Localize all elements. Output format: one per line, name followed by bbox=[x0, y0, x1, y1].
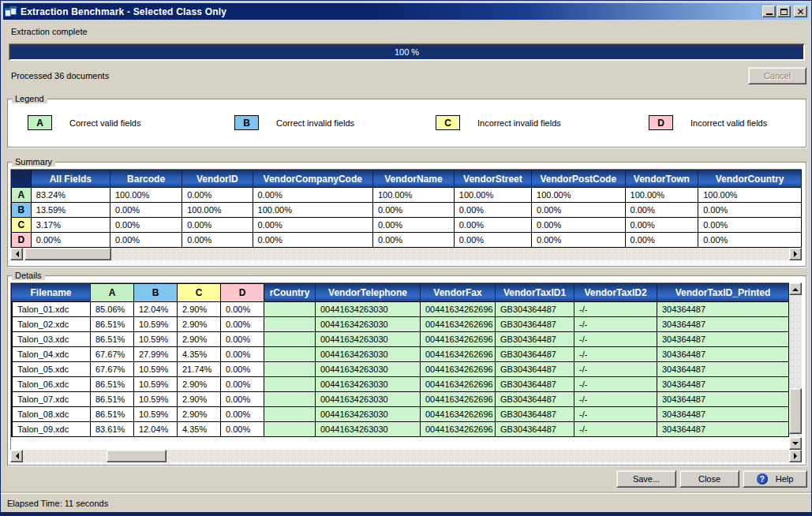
details-cell[interactable]: 86.51% bbox=[91, 332, 134, 347]
details-cell[interactable]: 12.04% bbox=[134, 422, 178, 437]
details-cell[interactable]: 304364487 bbox=[657, 422, 789, 437]
details-cell[interactable]: 2.90% bbox=[178, 377, 221, 392]
details-column-header[interactable]: VendorTaxID1 bbox=[496, 284, 574, 302]
summary-cell[interactable]: 0.00% bbox=[110, 203, 181, 218]
details-column-header[interactable]: A bbox=[91, 284, 134, 302]
summary-cell[interactable]: 100.00% bbox=[625, 188, 698, 203]
details-cell[interactable] bbox=[264, 347, 316, 362]
details-column-header[interactable]: Filename bbox=[12, 284, 91, 302]
details-vscrollbar[interactable] bbox=[789, 282, 802, 450]
help-button[interactable]: ? Help bbox=[743, 470, 807, 488]
details-cell[interactable] bbox=[264, 332, 316, 347]
details-cell[interactable]: 10.59% bbox=[134, 332, 178, 347]
details-filename-cell[interactable]: Talon_03.xdc bbox=[13, 332, 91, 347]
details-cell[interactable]: 0.00% bbox=[221, 422, 264, 437]
summary-column-header[interactable]: All Fields bbox=[31, 170, 110, 188]
summary-cell[interactable]: 0.00% bbox=[698, 218, 802, 233]
details-cell[interactable]: GB304364487 bbox=[496, 332, 574, 347]
summary-cell[interactable]: 0.00% bbox=[372, 218, 454, 233]
details-cell[interactable]: 0.00% bbox=[221, 347, 264, 362]
details-hscroll-right-arrow[interactable] bbox=[789, 450, 802, 462]
details-cell[interactable] bbox=[264, 407, 316, 422]
details-cell[interactable]: 00441634263030 bbox=[316, 407, 421, 422]
summary-hscrollbar[interactable] bbox=[10, 248, 802, 260]
details-cell[interactable]: 2.90% bbox=[178, 392, 221, 407]
details-cell[interactable] bbox=[264, 422, 316, 437]
details-cell[interactable]: 85.06% bbox=[91, 302, 134, 317]
details-cell[interactable]: 0.00% bbox=[221, 332, 264, 347]
details-cell[interactable]: 67.67% bbox=[91, 347, 134, 362]
summary-column-header[interactable]: VendorID bbox=[182, 170, 253, 188]
details-cell[interactable]: 21.74% bbox=[178, 362, 221, 377]
details-cell[interactable] bbox=[264, 362, 316, 377]
details-cell[interactable]: 10.59% bbox=[134, 407, 178, 422]
summary-cell[interactable]: 0.00% bbox=[625, 233, 698, 248]
summary-cell[interactable]: 13.59% bbox=[31, 203, 110, 218]
details-cell[interactable]: -/- bbox=[574, 407, 657, 422]
details-cell[interactable]: 10.59% bbox=[134, 377, 178, 392]
summary-row-label-d[interactable]: D bbox=[12, 233, 32, 248]
details-filename-cell[interactable]: Talon_07.xdc bbox=[13, 392, 91, 407]
details-cell[interactable]: 86.51% bbox=[91, 377, 134, 392]
summary-cell[interactable]: 100.00% bbox=[454, 188, 531, 203]
details-cell[interactable]: -/- bbox=[574, 347, 657, 362]
summary-cell[interactable]: 0.00% bbox=[372, 203, 454, 218]
details-cell[interactable]: 0.00% bbox=[221, 377, 264, 392]
summary-row-label-c[interactable]: C bbox=[12, 218, 32, 233]
details-cell[interactable]: GB304364487 bbox=[496, 377, 574, 392]
details-cell[interactable]: -/- bbox=[574, 362, 657, 377]
details-cell[interactable]: -/- bbox=[574, 422, 657, 437]
details-cell[interactable]: 86.51% bbox=[91, 407, 134, 422]
details-column-header[interactable]: C bbox=[178, 284, 221, 302]
details-cell[interactable]: 12.04% bbox=[134, 302, 178, 317]
details-cell[interactable]: 2.90% bbox=[178, 332, 221, 347]
details-cell[interactable]: GB304364487 bbox=[496, 422, 574, 437]
summary-cell[interactable]: 0.00% bbox=[182, 188, 253, 203]
summary-column-header[interactable]: Barcode bbox=[110, 170, 181, 188]
summary-column-header[interactable]: VendorStreet bbox=[454, 170, 531, 188]
details-cell[interactable] bbox=[264, 302, 316, 317]
summary-cell[interactable]: 0.00% bbox=[372, 233, 454, 248]
details-cell[interactable]: 4.35% bbox=[178, 347, 221, 362]
details-cell[interactable]: GB304364487 bbox=[496, 392, 574, 407]
summary-cell[interactable]: 3.17% bbox=[31, 218, 110, 233]
summary-cell[interactable]: 0.00% bbox=[182, 218, 253, 233]
details-column-header[interactable]: D bbox=[221, 284, 264, 302]
summary-cell[interactable]: 0.00% bbox=[31, 233, 110, 248]
close-dialog-button[interactable]: Close bbox=[679, 470, 739, 488]
details-cell[interactable]: 00441634262696 bbox=[421, 362, 496, 377]
details-cell[interactable]: 0.00% bbox=[221, 317, 264, 332]
details-column-header[interactable]: VendorTelephone bbox=[316, 284, 421, 302]
details-cell[interactable]: 00441634263030 bbox=[316, 317, 421, 332]
summary-cell[interactable]: 100.00% bbox=[698, 188, 802, 203]
details-cell[interactable]: GB304364487 bbox=[496, 302, 574, 317]
details-cell[interactable]: 304364487 bbox=[657, 317, 789, 332]
details-filename-cell[interactable]: Talon_01.xdc bbox=[13, 302, 91, 317]
save-button[interactable]: Save... bbox=[616, 470, 676, 488]
details-cell[interactable]: 00441634262696 bbox=[421, 347, 496, 362]
details-column-header[interactable]: VendorTaxID2 bbox=[574, 284, 657, 302]
details-cell[interactable]: 00441634262696 bbox=[421, 317, 496, 332]
details-filename-cell[interactable]: Talon_08.xdc bbox=[13, 407, 91, 422]
summary-cell[interactable]: 100.00% bbox=[110, 188, 181, 203]
details-cell[interactable]: 304364487 bbox=[657, 392, 789, 407]
details-vscroll-up-arrow[interactable] bbox=[789, 282, 802, 295]
maximize-button[interactable] bbox=[777, 6, 791, 17]
details-cell[interactable]: 2.90% bbox=[178, 317, 221, 332]
details-cell[interactable]: 00441634262696 bbox=[421, 377, 496, 392]
details-vscroll-down-arrow[interactable] bbox=[789, 437, 802, 450]
summary-cell[interactable]: 0.00% bbox=[698, 233, 802, 248]
details-cell[interactable]: GB304364487 bbox=[496, 407, 574, 422]
summary-cell[interactable]: 0.00% bbox=[182, 233, 253, 248]
details-cell[interactable]: 2.90% bbox=[178, 407, 221, 422]
summary-cell[interactable]: 0.00% bbox=[532, 233, 626, 248]
details-cell[interactable]: 00441634262696 bbox=[421, 407, 496, 422]
details-cell[interactable]: 304364487 bbox=[657, 347, 789, 362]
summary-hscroll-thumb[interactable] bbox=[24, 248, 111, 260]
details-hscroll-thumb[interactable] bbox=[107, 450, 167, 462]
details-filename-cell[interactable]: Talon_05.xdc bbox=[13, 362, 91, 377]
summary-column-header[interactable]: VendorPostCode bbox=[532, 170, 626, 188]
details-cell[interactable]: 2.90% bbox=[178, 302, 221, 317]
summary-cell[interactable]: 0.00% bbox=[110, 233, 181, 248]
details-cell[interactable]: 00441634263030 bbox=[316, 332, 421, 347]
